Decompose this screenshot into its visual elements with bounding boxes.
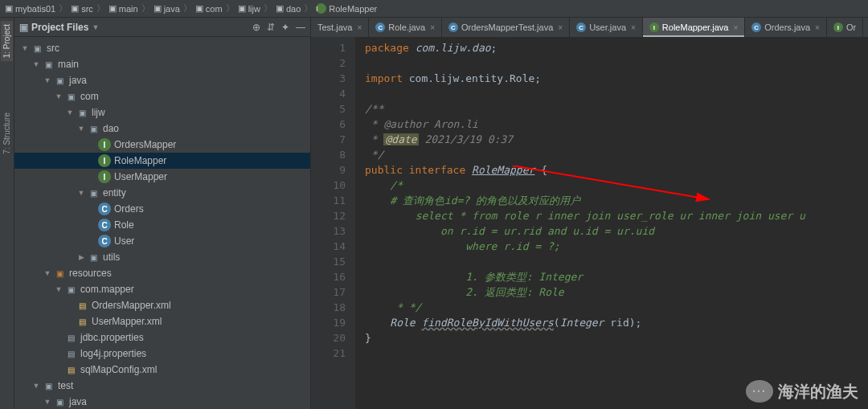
tree-item[interactable]: IUserMapper (14, 169, 310, 185)
tree-item[interactable]: ▤jdbc.properties (14, 329, 310, 346)
breadcrumb[interactable]: ▣mybatis01〉▣src〉▣main〉▣java〉▣com〉▣lijw〉▣… (0, 0, 868, 18)
tree-item[interactable]: IOrdersMapper (14, 137, 310, 153)
close-icon[interactable]: × (430, 23, 435, 32)
locate-icon[interactable]: ⊕ (252, 22, 260, 33)
tool-window-bar: 1: Project 7: Structure (0, 18, 14, 409)
breadcrumb-item[interactable]: ▣java (154, 3, 180, 14)
tree-item[interactable]: ▼▣java (14, 72, 310, 88)
file-tree[interactable]: ▼▣src▼▣main▼▣java▼▣com▼▣lijw▼▣daoIOrders… (14, 37, 310, 409)
editor-tab[interactable]: CUser.java× (570, 18, 643, 37)
breadcrumb-item[interactable]: ▣mybatis01 (5, 3, 55, 14)
collapse-icon[interactable]: ⇵ (267, 22, 275, 33)
watermark: 海洋的渔夫 (746, 380, 858, 403)
chevron-right-icon: 〉 (304, 2, 313, 14)
tree-item[interactable]: COrders (14, 201, 310, 217)
breadcrumb-item[interactable]: ▣com (195, 3, 223, 14)
chevron-right-icon: 〉 (226, 2, 235, 14)
code-area[interactable]: 123456789101112131415161718192021 packag… (311, 37, 868, 409)
chat-bubble-icon (746, 380, 773, 403)
chevron-right-icon: 〉 (59, 2, 68, 14)
tree-item[interactable]: ▼▣resources (14, 265, 310, 281)
code[interactable]: package com.lijw.dao; import com.lijw.en… (355, 37, 868, 409)
tree-item[interactable]: ▼▣src (14, 40, 310, 56)
editor-tabs[interactable]: Test.java×CRole.java×COrdersMapperTest.j… (311, 18, 868, 37)
tree-item[interactable]: ▼▣entity (14, 185, 310, 201)
settings-icon[interactable]: ✦ (281, 22, 289, 33)
close-icon[interactable]: × (815, 23, 820, 32)
tree-item[interactable]: ▤log4j.properties (14, 346, 310, 362)
breadcrumb-item[interactable]: ▣src (71, 3, 93, 14)
editor-tab[interactable]: COrders.java× (745, 18, 827, 37)
tree-item[interactable]: CUser (14, 233, 310, 249)
editor-tab[interactable]: Test.java× (311, 18, 369, 37)
tree-item[interactable]: CRole (14, 217, 310, 233)
chevron-right-icon: 〉 (264, 2, 272, 14)
hide-icon[interactable]: — (296, 22, 305, 33)
breadcrumb-item[interactable]: ▣lijw (238, 3, 260, 14)
close-icon[interactable]: × (631, 23, 636, 32)
dropdown-icon[interactable]: ▼ (92, 23, 99, 31)
structure-tool-tab[interactable]: 7: Structure (1, 109, 13, 157)
tree-item[interactable]: ▼▣com (14, 88, 310, 104)
editor-tab[interactable]: COrdersMapperTest.java× (442, 18, 570, 37)
folder-icon: ▣ (19, 22, 28, 33)
tree-item[interactable]: ▼▣dao (14, 121, 310, 137)
breadcrumb-item[interactable]: IRoleMapper (316, 3, 377, 14)
chevron-right-icon: 〉 (96, 2, 105, 14)
tree-item[interactable]: ▼▣java (14, 394, 310, 409)
tree-item[interactable]: IRoleMapper (14, 153, 310, 169)
tree-item[interactable]: ▤sqlMapConfig.xml (14, 362, 310, 378)
tree-item[interactable]: ▼▣lijw (14, 104, 310, 121)
tree-item[interactable]: ▶▣utils (14, 249, 310, 265)
chevron-right-icon: 〉 (183, 2, 192, 14)
gutter: 123456789101112131415161718192021 (311, 37, 355, 409)
project-sidebar: ▣ Project Files ▼ ⊕ ⇵ ✦ — ▼▣src▼▣main▼▣j… (14, 18, 311, 409)
breadcrumb-item[interactable]: ▣dao (276, 3, 301, 14)
close-icon[interactable]: × (733, 23, 738, 32)
tree-item[interactable]: ▤OrdersMapper.xml (14, 297, 310, 313)
tree-item[interactable]: ▤UserMapper.xml (14, 313, 310, 329)
editor-tab[interactable]: IOr (827, 18, 863, 37)
chevron-right-icon: 〉 (141, 2, 150, 14)
project-tool-tab[interactable]: 1: Project (1, 21, 13, 61)
close-icon[interactable]: × (558, 23, 563, 32)
sidebar-header: ▣ Project Files ▼ ⊕ ⇵ ✦ — (14, 18, 310, 37)
breadcrumb-item[interactable]: ▣main (108, 3, 138, 14)
editor: Test.java×CRole.java×COrdersMapperTest.j… (311, 18, 868, 409)
sidebar-title[interactable]: Project Files (31, 22, 88, 33)
tree-item[interactable]: ▼▣main (14, 56, 310, 72)
tree-item[interactable]: ▼▣com.mapper (14, 281, 310, 297)
editor-tab[interactable]: IRoleMapper.java× (643, 18, 745, 37)
tree-item[interactable]: ▼▣test (14, 378, 310, 394)
editor-tab[interactable]: CRole.java× (369, 18, 442, 37)
